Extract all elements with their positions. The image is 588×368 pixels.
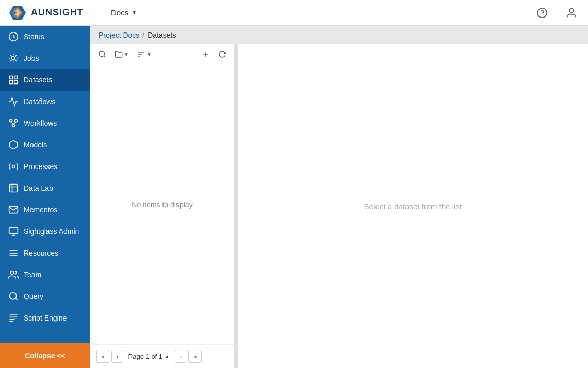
query-icon: [8, 291, 19, 302]
first-page-button[interactable]: «: [96, 350, 109, 363]
models-icon: [8, 140, 19, 150]
svg-rect-9: [10, 76, 13, 79]
sidebar-item-processes[interactable]: Processes: [0, 156, 90, 177]
svg-point-8: [12, 57, 15, 60]
app-header: AUNSIGHT Docs ▼: [0, 0, 588, 26]
header-actions: [534, 5, 580, 21]
refresh-icon: [218, 50, 226, 58]
folder-icon: [115, 50, 123, 58]
docs-caret-icon: ▼: [132, 10, 137, 15]
svg-rect-12: [14, 81, 18, 84]
help-button[interactable]: [534, 5, 550, 21]
add-button[interactable]: [199, 48, 213, 60]
page-sort-icon: ▲: [165, 354, 170, 359]
workflows-icon: [8, 118, 19, 128]
folder-caret-icon: ▼: [124, 52, 129, 57]
team-icon: [8, 270, 19, 280]
sidebar-item-scriptengine[interactable]: Script Engine: [0, 307, 90, 329]
processes-icon: [8, 161, 19, 172]
sort-button[interactable]: ▼: [135, 48, 154, 60]
sidebar-spacer: [0, 329, 90, 343]
left-panel-toolbar: ▼ ▼: [90, 44, 234, 64]
sort-caret-icon: ▼: [146, 52, 152, 57]
user-button[interactable]: [563, 5, 580, 21]
left-panel-empty: No items to display: [90, 64, 234, 344]
svg-point-15: [12, 125, 15, 127]
svg-line-27: [15, 298, 18, 300]
breadcrumb: Project Docs / Datasets: [90, 26, 588, 44]
sidebar-item-resources[interactable]: Resources: [0, 242, 90, 264]
sidebar-item-sightglass[interactable]: Sightglass Admin: [0, 221, 90, 242]
resources-icon: [8, 248, 19, 258]
mementos-icon: [8, 205, 19, 215]
breadcrumb-separator: /: [142, 31, 144, 39]
pagination: « ‹ Page 1 of 1 ▲ › »: [90, 344, 234, 368]
svg-point-14: [15, 120, 18, 122]
sidebar-item-team[interactable]: Team: [0, 264, 90, 286]
page-info: Page 1 of 1 ▲: [128, 353, 170, 360]
sort-icon: [137, 50, 145, 58]
sidebar-item-status[interactable]: Status: [0, 26, 90, 47]
logo-area: AUNSIGHT: [8, 4, 99, 22]
sidebar-item-datalab[interactable]: Data Lab: [0, 177, 90, 199]
left-panel: ▼ ▼: [90, 44, 235, 368]
svg-line-16: [11, 122, 13, 125]
dataflows-icon: [8, 96, 19, 107]
sidebar: Status Jobs Datasets Dataflows: [0, 26, 90, 368]
svg-rect-11: [10, 81, 13, 84]
folder-button[interactable]: ▼: [112, 48, 132, 60]
svg-line-33: [104, 56, 105, 57]
search-button[interactable]: [95, 48, 109, 60]
jobs-icon: [8, 53, 19, 63]
collapse-button[interactable]: Collapse <<: [0, 343, 90, 368]
svg-point-6: [569, 8, 573, 12]
app-body: Status Jobs Datasets Dataflows: [0, 26, 588, 368]
sightglass-icon: [8, 226, 19, 237]
breadcrumb-parent-link[interactable]: Project Docs: [99, 31, 139, 39]
status-icon: [8, 31, 19, 42]
sidebar-item-datasets[interactable]: Datasets: [0, 69, 90, 91]
svg-line-17: [13, 122, 16, 125]
prev-page-button[interactable]: ‹: [111, 350, 123, 363]
last-page-button[interactable]: »: [188, 350, 201, 363]
next-page-button[interactable]: ›: [175, 350, 186, 363]
datalab-icon: [8, 183, 19, 193]
breadcrumb-current: Datasets: [148, 31, 176, 39]
sidebar-item-dataflows[interactable]: Dataflows: [0, 91, 90, 112]
sidebar-item-query[interactable]: Query: [0, 286, 90, 307]
user-icon: [566, 7, 577, 19]
docs-button[interactable]: Docs ▼: [107, 6, 141, 19]
sidebar-item-models[interactable]: Models: [0, 134, 90, 156]
sidebar-item-workflows[interactable]: Workflows: [0, 112, 90, 134]
refresh-button[interactable]: [216, 48, 229, 60]
right-panel: Select a dataset from the list: [238, 44, 588, 368]
svg-point-13: [10, 120, 12, 122]
svg-rect-10: [14, 76, 18, 79]
scriptengine-icon: [8, 313, 19, 323]
svg-point-25: [10, 271, 14, 275]
svg-rect-19: [9, 228, 18, 234]
content-area: ▼ ▼: [90, 44, 588, 368]
svg-point-32: [99, 51, 105, 57]
sidebar-item-jobs[interactable]: Jobs: [0, 47, 90, 69]
svg-point-26: [10, 293, 17, 299]
help-icon: [536, 7, 548, 19]
svg-point-18: [12, 165, 15, 168]
sidebar-item-mementos[interactable]: Mementos: [0, 199, 90, 221]
app-name: AUNSIGHT: [31, 7, 84, 18]
main-content: Project Docs / Datasets: [90, 26, 588, 368]
datasets-icon: [8, 75, 19, 85]
search-icon: [98, 50, 106, 58]
header-divider: [557, 5, 557, 21]
add-icon: [202, 50, 210, 58]
header-nav: Docs ▼: [99, 6, 534, 19]
app-logo-icon: [8, 4, 27, 22]
